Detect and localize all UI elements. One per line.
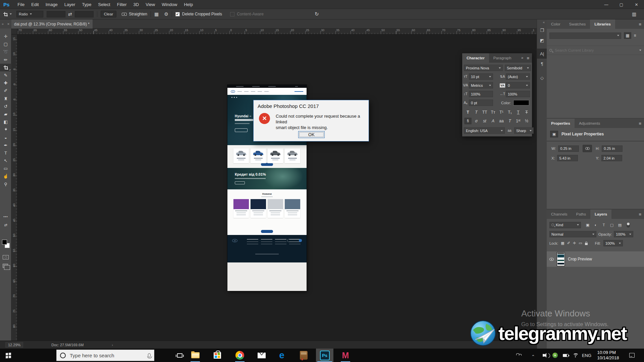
tray-clock-button[interactable]: 10:09 PM 10/14/2018 xyxy=(593,349,623,362)
tab-channels[interactable]: Channels xyxy=(547,209,572,219)
contextual-alternates-button[interactable]: σ xyxy=(473,118,480,124)
kerning-select[interactable]: Metrics xyxy=(469,82,493,88)
layer-filter-kind-select[interactable]: Kind xyxy=(549,222,581,228)
eraser-tool[interactable]: ▰ xyxy=(0,110,11,118)
menu-item[interactable]: Image xyxy=(42,2,61,7)
canvas-area[interactable]: H Hyundai – Кредит від 0.01% Новини xyxy=(17,35,537,341)
quick-selection-tool[interactable]: ✏ xyxy=(0,56,11,64)
menu-item[interactable]: 3D xyxy=(130,2,143,7)
blend-mode-select[interactable]: Normal xyxy=(549,231,596,237)
lasso-tool[interactable]: ➰ xyxy=(0,48,11,56)
status-chevron-icon[interactable]: › xyxy=(112,343,113,347)
small-caps-button[interactable]: Tᴛ xyxy=(489,109,497,116)
crop-width-input[interactable] xyxy=(47,11,65,17)
panel-menu-icon[interactable]: ≡ xyxy=(639,121,641,126)
crop-ratio-select[interactable]: Ratio xyxy=(16,11,43,17)
x-field[interactable]: 5.43 in xyxy=(557,155,578,161)
clear-button[interactable]: Clear xyxy=(101,11,116,17)
taskbar-microsoft-store[interactable] xyxy=(210,349,225,362)
workspace-selector-icon[interactable]: ▥ xyxy=(632,11,636,17)
tray-show-hidden-icons[interactable]: › xyxy=(528,349,537,362)
stylistic-alternates-button[interactable]: aa xyxy=(498,118,505,124)
layer-row-crop-preview[interactable]: Crop Preview xyxy=(547,251,644,267)
content-aware-checkbox[interactable] xyxy=(230,12,234,16)
tray-wifi-button[interactable] xyxy=(570,349,580,362)
tab-close-icon[interactable]: ✕ xyxy=(92,22,93,26)
foreground-color-swatch[interactable] xyxy=(2,240,7,245)
microphone-icon[interactable] xyxy=(148,353,151,357)
maximize-button[interactable]: ▢ xyxy=(614,0,629,9)
filter-smart-objects-icon[interactable]: ▤ xyxy=(616,222,624,228)
font-style-select[interactable]: Semibold xyxy=(505,65,531,71)
reset-tool-icon[interactable]: ↻ xyxy=(315,11,319,17)
strikethrough-button[interactable]: T xyxy=(523,109,530,116)
path-selection-tool[interactable]: ↖ xyxy=(0,157,11,165)
leading-select[interactable]: (Auto) xyxy=(506,73,530,80)
panel-menu-icon[interactable]: ≡ xyxy=(639,212,641,217)
paragraph-panel-icon[interactable]: ¶ xyxy=(537,59,547,69)
library-select[interactable] xyxy=(549,33,621,39)
type-tool[interactable]: T xyxy=(0,149,11,157)
menu-item[interactable]: Layer xyxy=(61,2,79,7)
ok-button[interactable]: OK xyxy=(298,131,325,138)
menu-item[interactable]: Window xyxy=(158,2,180,7)
crop-height-input[interactable] xyxy=(75,11,94,17)
ruler-origin-corner[interactable] xyxy=(11,28,17,35)
font-family-select[interactable]: Proxima Nova xyxy=(464,65,503,71)
delete-cropped-pixels-checkbox[interactable]: ✔ xyxy=(175,12,180,16)
dodge-tool[interactable]: ◒ xyxy=(0,133,11,141)
tab-layers[interactable]: Layers xyxy=(590,209,611,219)
standard-ligatures-button[interactable]: fi xyxy=(464,118,472,124)
tab-libraries[interactable]: Libraries xyxy=(590,19,615,29)
tray-action-center-button[interactable] xyxy=(625,349,639,362)
library-search-input[interactable] xyxy=(554,48,628,53)
crop-tool[interactable] xyxy=(0,64,11,71)
tray-language-button[interactable]: ENG xyxy=(580,349,593,362)
vertical-scale-field[interactable]: 100% xyxy=(469,91,493,97)
pen-tool[interactable]: ✒ xyxy=(0,141,11,149)
panel-menu-icon[interactable]: ≡ xyxy=(527,56,529,61)
spot-healing-brush-tool[interactable]: ✚ xyxy=(0,79,11,87)
width-field[interactable]: 0.25 in xyxy=(558,145,579,152)
lock-transparency-icon[interactable]: ▦ xyxy=(561,241,564,245)
panel-collapse-icon[interactable]: » xyxy=(521,56,523,60)
lock-pixels-icon[interactable]: ✐ xyxy=(567,241,570,245)
baseline-shift-field[interactable]: 0 pt xyxy=(469,100,493,106)
horizontal-scale-field[interactable]: 100% xyxy=(506,91,530,97)
y-field[interactable]: 2.04 in xyxy=(601,155,622,161)
taskbar-chrome[interactable] xyxy=(232,349,248,362)
history-panel-icon[interactable]: ❐ xyxy=(537,25,547,35)
vertical-ruler[interactable]: 1510505101520253035404550556065707580 xyxy=(11,35,17,341)
filter-pixel-layers-icon[interactable]: ▣ xyxy=(584,222,592,228)
tray-volume-button[interactable] xyxy=(537,349,550,362)
fill-field[interactable]: 100% xyxy=(603,240,623,246)
menu-item[interactable]: View xyxy=(142,2,158,7)
text-color-swatch[interactable] xyxy=(514,100,529,105)
start-button[interactable] xyxy=(0,349,16,362)
gradient-tool[interactable]: ◧ xyxy=(0,118,11,126)
taskbar-m-app[interactable]: M xyxy=(338,349,353,362)
close-button[interactable]: ✕ xyxy=(629,0,644,9)
faux-italic-button[interactable]: T xyxy=(473,109,480,116)
lock-all-icon[interactable] xyxy=(585,243,588,245)
tab-paragraph[interactable]: Paragraph xyxy=(489,53,516,63)
all-caps-button[interactable]: TT xyxy=(481,109,488,116)
list-view-button[interactable]: ≡ xyxy=(631,32,639,39)
dock-collapse-icon[interactable]: « xyxy=(537,19,547,25)
crop-settings-gear-icon[interactable]: ⚙ xyxy=(164,11,168,17)
zoom-tool[interactable]: ⚲ xyxy=(0,180,11,188)
taskbar-edge[interactable]: e xyxy=(274,349,289,362)
anti-alias-select[interactable]: Sharp xyxy=(514,127,534,134)
taskbar-mail[interactable] xyxy=(254,349,269,362)
tray-antivirus-button[interactable]: + xyxy=(550,349,560,362)
height-field[interactable]: 0.25 in xyxy=(602,145,623,152)
edit-toolbar-icon[interactable]: ••• xyxy=(0,215,11,219)
menu-item[interactable]: Select xyxy=(95,2,114,7)
lock-position-icon[interactable]: ✛ xyxy=(573,241,576,245)
tab-color[interactable]: Color xyxy=(547,19,565,29)
menu-item[interactable]: Help xyxy=(180,2,196,7)
tray-people-button[interactable] xyxy=(514,349,524,362)
underline-button[interactable]: T xyxy=(515,109,522,116)
language-select[interactable]: English: USA xyxy=(464,127,505,134)
zoom-level-field[interactable]: 12.29% xyxy=(5,342,23,348)
